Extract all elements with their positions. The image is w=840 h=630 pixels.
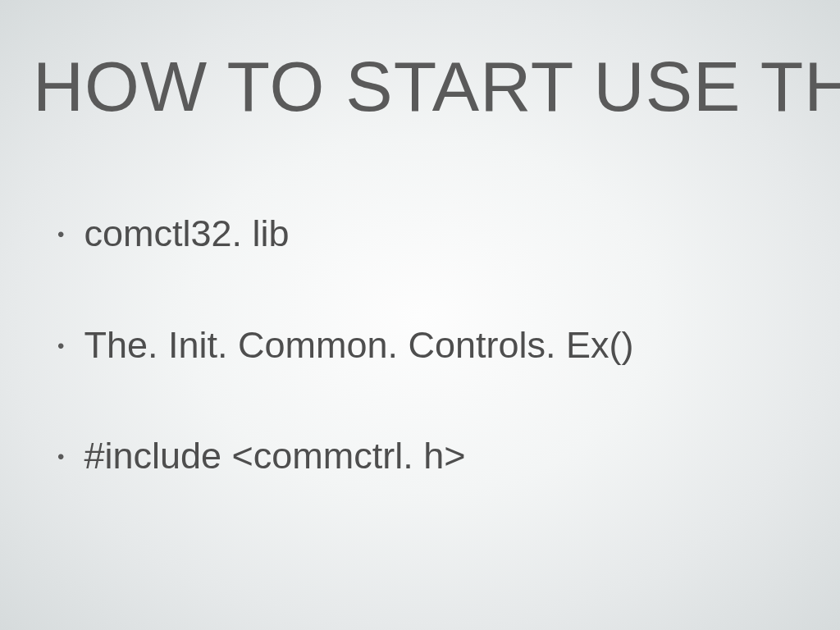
bullet-text: #include <commctrl. h> — [84, 436, 465, 477]
list-item: • #include <commctrl. h> — [57, 436, 807, 477]
list-item: • The. Init. Common. Controls. Ex() — [57, 325, 807, 366]
bullet-text: comctl32. lib — [84, 213, 289, 254]
bullet-icon: • — [57, 336, 64, 356]
list-item: • comctl32. lib — [57, 213, 807, 254]
bullet-icon: • — [57, 447, 64, 467]
bullet-list: • comctl32. lib • The. Init. Common. Con… — [33, 213, 807, 477]
bullet-text: The. Init. Common. Controls. Ex() — [84, 325, 633, 366]
slide-title: HOW TO START USE THEM — [33, 49, 807, 123]
bullet-icon: • — [57, 225, 64, 244]
slide: HOW TO START USE THEM • comctl32. lib • … — [0, 0, 840, 630]
